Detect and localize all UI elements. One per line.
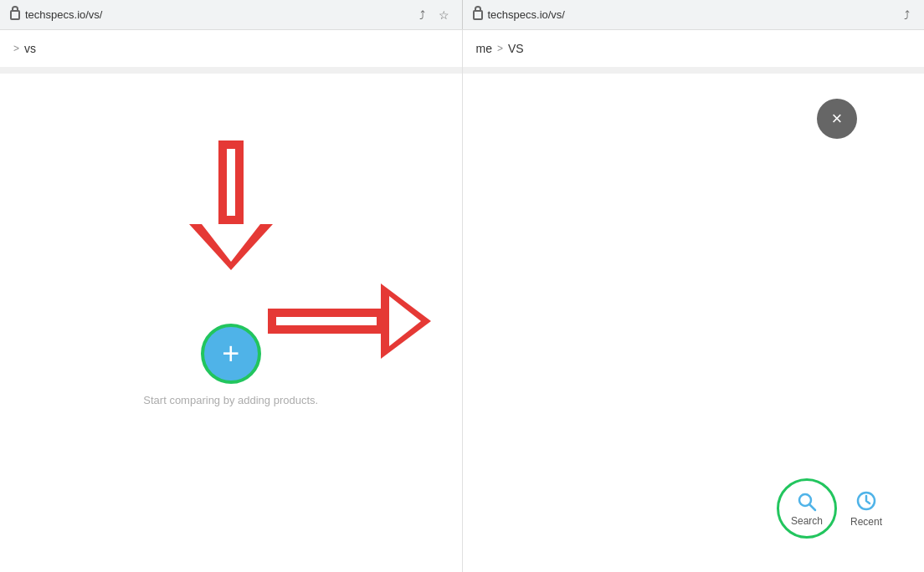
breadcrumb-page-right: VS [508,42,524,55]
add-hint-text: Start comparing by adding products. [143,394,318,406]
right-panel-content: × Search Recent [463,74,925,572]
bottom-actions: Search Recent [777,478,882,539]
right-share-icon[interactable]: ⤴ [899,8,914,23]
right-breadcrumb: me > VS [463,30,925,67]
left-tab-icons: ⤴ ☆ [415,8,452,23]
close-button[interactable]: × [817,99,857,139]
right-tab: techspecs.io/vs/ ⤴ [463,0,925,29]
svg-rect-2 [227,149,235,216]
right-tab-icons: ⤴ [899,8,914,23]
close-icon: × [832,108,843,130]
breadcrumb-page-left: vs [24,42,36,55]
svg-line-9 [809,505,815,511]
add-product-button[interactable] [201,324,261,384]
recent-button[interactable]: Recent [850,489,882,528]
search-button[interactable]: Search [777,478,837,539]
left-tab: techspecs.io/vs/ ⤴ ☆ [0,0,463,29]
share-icon[interactable]: ⤴ [415,8,430,23]
left-breadcrumb: > vs [0,30,462,67]
search-label: Search [791,515,823,527]
left-gray-bar [0,67,462,74]
search-icon [795,490,819,513]
right-gray-bar [463,67,925,74]
left-tab-url: techspecs.io/vs/ [25,8,415,21]
left-panel: > vs Start comparing by adding [0,30,463,572]
svg-rect-6 [276,317,377,325]
breadcrumb-arrow-right: > [497,43,503,54]
recent-icon [855,489,878,513]
left-panel-content: Start comparing by adding products. [0,74,462,572]
breadcrumb-home: me [476,42,492,55]
breadcrumb-arrow-left: > [13,43,19,54]
browser-chrome: techspecs.io/vs/ ⤴ ☆ techspecs.io/vs/ ⤴ [0,0,924,30]
arrow-right [268,283,435,362]
right-panel: me > VS × Search [463,30,925,572]
arrow-down [189,140,273,278]
main-content: > vs Start comparing by adding [0,30,924,572]
star-icon[interactable]: ☆ [437,8,452,23]
recent-label: Recent [850,516,882,528]
right-tab-url: techspecs.io/vs/ [488,8,900,21]
